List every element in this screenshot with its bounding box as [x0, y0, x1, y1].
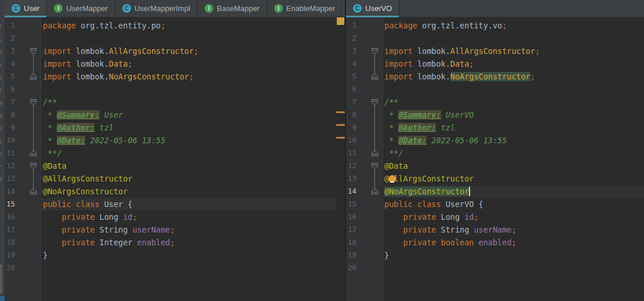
tab-UserMapperImpl[interactable]: CUserMapperImpl [115, 0, 198, 17]
code-token: AllArgsConstructor [450, 46, 535, 56]
code-line-10: 10 * @Date: 2022-05-06 13:55 [5, 134, 336, 147]
code-text[interactable]: import lombok.NoArgsConstructor; [380, 70, 644, 83]
code-text[interactable]: * @Author: tzl [380, 121, 644, 134]
fold-marker[interactable] [356, 147, 380, 159]
warning-stripe-mark[interactable] [336, 137, 345, 139]
code-text[interactable]: import lombok.AllArgsConstructor; [38, 45, 336, 57]
fold-marker[interactable] [15, 70, 38, 83]
fold-marker[interactable] [356, 70, 380, 83]
code-text[interactable]: * @Author: tzl [38, 121, 336, 134]
code-text[interactable]: * @Date: 2022-05-06 13:55 [38, 134, 336, 147]
code-token: ; [502, 21, 507, 30]
code-text[interactable]: package org.tzl.entity.vo; [380, 19, 644, 32]
code-text[interactable] [38, 83, 336, 96]
code-text[interactable] [380, 83, 644, 96]
fold-marker[interactable] [356, 159, 380, 172]
gutter-space [356, 83, 380, 96]
code-text[interactable]: import lombok.NoArgsConstructor; [38, 70, 336, 83]
gutter-space [356, 262, 380, 274]
tab-label: EnableMapper [286, 4, 336, 13]
fold-collapse-icon [30, 163, 37, 169]
fold-marker[interactable] [15, 147, 38, 159]
gutter-space [356, 223, 380, 236]
code-text[interactable]: /** [38, 96, 336, 108]
code-text[interactable]: private String userName; [38, 223, 336, 236]
code-text[interactable]: * @Date: 2022-05-06 13:55 [380, 134, 644, 147]
fold-marker[interactable] [15, 45, 38, 57]
tab-UserMapper[interactable]: IUserMapper [47, 0, 115, 17]
fold-marker[interactable] [356, 96, 380, 108]
code-text[interactable]: * @Summary: User [38, 108, 336, 121]
highlighted-identifier: @NoArgsConstructor [384, 187, 469, 196]
fold-marker[interactable] [356, 185, 380, 198]
code-text[interactable]: import lombok.AllArgsConstructor; [380, 45, 644, 57]
fold-marker[interactable] [356, 45, 380, 57]
line-number: 1 [346, 19, 356, 32]
code-rows-left: 1package org.tzl.entity.po;23import lomb… [5, 17, 336, 274]
code-text[interactable]: private boolean enabled; [380, 236, 644, 249]
code-text[interactable]: } [380, 249, 644, 262]
code-token: } [43, 251, 48, 260]
tab-label: UserMapperImpl [134, 4, 190, 13]
code-token: lombok. [71, 59, 109, 68]
gutter-space [356, 19, 380, 32]
code-line-11: 11 **/ [346, 147, 644, 159]
fold-marker[interactable] [15, 185, 38, 198]
code-text[interactable] [380, 262, 644, 274]
clipped-text-fragment: c [0, 36, 2, 42]
tab-EnableMapper[interactable]: IEnableMapper [267, 0, 343, 17]
warnings-indicator[interactable] [337, 17, 344, 25]
code-token: lombok. [71, 46, 109, 56]
line-number: 3 [5, 45, 15, 57]
code-token: 2022-05-06 13:55 [85, 136, 165, 145]
code-text[interactable]: @Data [38, 159, 336, 172]
code-text[interactable]: **/ [38, 147, 336, 159]
code-text[interactable]: public class User { [38, 198, 336, 211]
line-number: 9 [5, 121, 15, 134]
fold-marker [356, 108, 380, 121]
code-text[interactable]: private Long id; [380, 211, 644, 223]
fold-marker[interactable] [15, 159, 38, 172]
code-text[interactable]: @Data [380, 159, 644, 172]
line-number: 12 [346, 159, 356, 172]
fold-marker[interactable] [15, 96, 38, 108]
tab-UserVO[interactable]: CUserVO [346, 0, 399, 17]
code-text[interactable]: public class UserVO { [380, 198, 644, 211]
code-text[interactable]: * @Summary: UserVO [380, 108, 644, 121]
code-text[interactable]: private String userName; [380, 223, 644, 236]
warning-stripe-mark[interactable] [336, 111, 345, 113]
code-text[interactable]: } [38, 249, 336, 262]
fold-marker [15, 172, 38, 185]
intention-bulb-icon[interactable] [388, 175, 396, 183]
code-token: tzl [436, 123, 455, 132]
code-text[interactable]: @NoArgsConstructor [38, 185, 336, 198]
code-text[interactable]: private Long id; [38, 211, 336, 223]
warning-stripe-mark[interactable] [336, 124, 345, 126]
code-text[interactable] [380, 32, 644, 45]
code-token: * [384, 136, 398, 145]
code-line-13: 13@AllArgsConstructor [346, 172, 644, 185]
code-text[interactable] [38, 262, 336, 274]
code-text[interactable]: @NoArgsConstructor [380, 185, 644, 198]
code-text[interactable]: **/ [380, 147, 644, 159]
project-panel-edge[interactable]: tcpxvsmaelnrd [0, 0, 5, 301]
code-line-3: 3import lombok.AllArgsConstructor; [5, 45, 336, 57]
code-line-1: 1package org.tzl.entity.po; [5, 19, 336, 32]
line-number: 15 [346, 198, 356, 211]
code-text[interactable]: import lombok.Data; [38, 57, 336, 70]
scrollbar-thumb[interactable] [0, 264, 2, 294]
code-token: userName [474, 225, 511, 234]
fold-marker [356, 57, 380, 70]
tab-User[interactable]: CUser [5, 0, 47, 17]
editor-left: 1package org.tzl.entity.po;23import lomb… [5, 17, 345, 301]
code-line-8: 8 * @Summary: User [5, 108, 336, 121]
code-text[interactable] [38, 32, 336, 45]
line-number: 4 [5, 57, 15, 70]
code-text[interactable]: /** [380, 96, 644, 108]
code-text[interactable]: @AllArgsConstructor [38, 172, 336, 185]
code-text[interactable]: package org.tzl.entity.po; [38, 19, 336, 32]
tab-BaseMapper[interactable]: IBaseMapper [198, 0, 267, 17]
code-text[interactable]: private Integer enabled; [38, 236, 336, 249]
code-text[interactable]: import lombok.Data; [380, 57, 644, 70]
code-text[interactable]: @AllArgsConstructor [380, 172, 644, 185]
